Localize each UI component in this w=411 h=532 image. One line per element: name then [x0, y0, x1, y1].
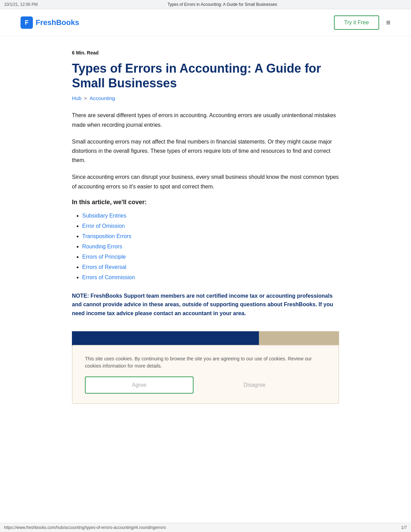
toc-item-4[interactable]: Rounding Errors	[82, 244, 339, 250]
toc-item-3[interactable]: Transposition Errors	[82, 233, 339, 239]
cookie-banner: This site uses cookies. By continuing to…	[72, 345, 339, 404]
browser-timestamp: 10/1/21, 12:06 PM	[4, 2, 38, 7]
logo-icon: F	[21, 16, 33, 29]
page-overlay-area: This site uses cookies. By continuing to…	[72, 331, 339, 404]
toc-item-5[interactable]: Errors of Principle	[82, 254, 339, 260]
toc-link-3[interactable]: Transposition Errors	[82, 233, 131, 239]
breadcrumb: Hub > Accounting	[72, 95, 339, 101]
toc-link-1[interactable]: Subsidiary Entries	[82, 213, 126, 219]
paragraph-1: There are several different types of err…	[72, 111, 339, 129]
toc-link-2[interactable]: Error of Omission	[82, 223, 125, 229]
browser-topbar: 10/1/21, 12:06 PM Types of Errors in Acc…	[0, 0, 411, 9]
logo-area: F FreshBooks	[21, 16, 79, 29]
article-title: Types of Errors in Accounting: A Guide f…	[72, 61, 339, 90]
cookie-disagree-button[interactable]: Disagree	[200, 382, 309, 388]
read-time: 6 Min. Read	[72, 50, 339, 55]
toc-item-1[interactable]: Subsidiary Entries	[82, 213, 339, 219]
toc-item-6[interactable]: Errors of Reversal	[82, 264, 339, 270]
site-header: F FreshBooks Try it Free ≡	[0, 9, 411, 36]
cookie-message: This site uses cookies. By continuing to…	[85, 355, 326, 370]
toc-link-6[interactable]: Errors of Reversal	[82, 264, 126, 270]
cookie-agree-button[interactable]: Agree	[85, 376, 194, 394]
header-right: Try it Free ≡	[334, 15, 390, 30]
breadcrumb-accounting[interactable]: Accounting	[90, 95, 115, 101]
cookie-buttons: Agree Disagree	[85, 376, 326, 394]
toc-list: Subsidiary Entries Error of Omission Tra…	[72, 213, 339, 281]
logo-letter: F	[25, 19, 29, 26]
toc-item-2[interactable]: Error of Omission	[82, 223, 339, 229]
breadcrumb-hub[interactable]: Hub	[72, 95, 82, 101]
try-free-button[interactable]: Try it Free	[334, 15, 379, 30]
toc-link-4[interactable]: Rounding Errors	[82, 244, 122, 249]
note-block: NOTE: FreshBooks Support team members ar…	[72, 292, 339, 318]
toc-link-7[interactable]: Errors of Commission	[82, 274, 135, 280]
cover-heading: In this article, we'll cover:	[72, 199, 339, 206]
paragraph-2: Small accounting errors may not affect t…	[72, 137, 339, 165]
paragraph-3: Since accounting errors can disrupt your…	[72, 172, 339, 191]
logo-text: FreshBooks	[36, 18, 79, 27]
main-content: 6 Min. Read Types of Errors in Accountin…	[51, 36, 360, 424]
toc-item-7[interactable]: Errors of Commission	[82, 274, 339, 281]
browser-tab-title: Types of Errors in Accounting: A Guide f…	[167, 2, 277, 7]
breadcrumb-separator: >	[84, 96, 87, 101]
toc-link-5[interactable]: Errors of Principle	[82, 254, 126, 260]
hamburger-icon[interactable]: ≡	[386, 18, 390, 27]
